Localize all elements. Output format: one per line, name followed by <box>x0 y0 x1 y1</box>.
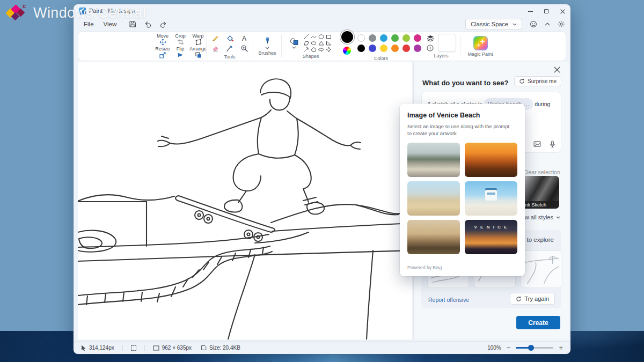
shape-triangle[interactable] <box>318 40 325 46</box>
surprise-me-button[interactable]: Surprise me <box>514 76 561 86</box>
warp-tool[interactable]: Warp <box>190 33 206 46</box>
collapse-ribbon-button[interactable] <box>545 23 550 26</box>
color-swatch-orange[interactable] <box>391 45 399 52</box>
edit-colors-wheel[interactable] <box>343 47 351 55</box>
selection-icon <box>131 345 136 351</box>
color-picker-tool[interactable] <box>223 43 236 53</box>
venice-photo-2[interactable] <box>465 143 517 177</box>
minimize-button[interactable] <box>522 4 538 18</box>
settings-button[interactable] <box>558 20 565 28</box>
color-swatch-red[interactable] <box>402 45 410 52</box>
shape-rectangle[interactable] <box>325 33 332 40</box>
color-swatch-lime[interactable] <box>402 34 410 42</box>
style-name-badge: Ink Sketch <box>521 201 559 209</box>
title-bar[interactable]: Paint My design <box>74 4 570 17</box>
color-swatch-pink[interactable] <box>414 34 421 42</box>
add-layer-icon[interactable] <box>427 45 434 51</box>
resize-tool[interactable]: Resize <box>155 46 171 59</box>
style-preset-dropdown[interactable]: Classic Space <box>465 19 522 29</box>
crop-tool[interactable]: Crop <box>172 33 188 46</box>
flip-tool[interactable]: Flip <box>172 46 188 59</box>
layers-icon[interactable] <box>427 35 434 42</box>
report-offensive-link[interactable]: Report offensive <box>428 297 469 303</box>
windows-central-logo: c <box>6 4 28 22</box>
shape-star[interactable] <box>325 46 332 53</box>
pencil-tool[interactable] <box>209 33 222 43</box>
brushes-group-label: Brushes <box>258 50 276 56</box>
zoom-slider[interactable] <box>516 347 553 349</box>
popup-subtitle: Select an image to use along with the pr… <box>407 123 512 137</box>
undo-button[interactable] <box>144 20 152 28</box>
shape-block-arrow[interactable] <box>318 46 325 53</box>
shape-ellipse[interactable] <box>318 33 325 40</box>
color-swatch-gray[interactable] <box>369 34 376 42</box>
zoom-slider-thumb[interactable] <box>528 345 534 351</box>
magnifier-tool[interactable] <box>238 43 251 53</box>
redo-button[interactable] <box>159 20 167 28</box>
voice-input-button[interactable] <box>550 141 555 148</box>
maximize-button[interactable] <box>538 4 554 18</box>
eraser-tool[interactable] <box>209 43 222 53</box>
clear-selection-link[interactable]: Clear selection <box>523 169 560 175</box>
brushes-group[interactable]: Brushes <box>253 32 281 61</box>
venice-photo-4[interactable] <box>465 181 517 216</box>
canvas-size: 962 × 635px <box>153 345 192 351</box>
shape-pentagon[interactable] <box>310 46 317 53</box>
view-menu[interactable]: View <box>99 20 122 28</box>
move-tool[interactable]: Move <box>155 33 171 46</box>
zoom-in-button[interactable]: + <box>559 344 563 352</box>
color-palette <box>357 34 421 52</box>
magic-paint-group[interactable]: Magic Paint <box>460 32 500 61</box>
color-swatch-yellow[interactable] <box>380 45 387 52</box>
text-tool[interactable]: A <box>238 33 251 43</box>
result-thumb-3[interactable] <box>521 250 562 288</box>
drawing-canvas[interactable] <box>78 62 412 339</box>
image-grid: V E N I C E <box>407 143 517 254</box>
fill-tool[interactable] <box>223 33 236 43</box>
file-size: Size: 20.4KB <box>201 345 240 351</box>
style-thumb-ink-sketch[interactable]: Ink Sketch <box>521 176 559 209</box>
canvas-icon <box>153 345 159 351</box>
color-swatch-purple[interactable] <box>414 45 421 52</box>
create-button[interactable]: Create <box>516 316 560 329</box>
shape-rounded-rectangle[interactable] <box>310 40 317 46</box>
feedback-button[interactable] <box>530 20 537 28</box>
venice-photo-3[interactable] <box>407 181 460 216</box>
current-color-swatch[interactable] <box>341 31 353 43</box>
color-swatch-white[interactable] <box>357 34 365 42</box>
shape-arrow[interactable] <box>303 46 310 53</box>
shape-curve[interactable] <box>310 33 317 40</box>
close-button[interactable] <box>554 4 570 18</box>
layer-thumbnail[interactable] <box>438 34 456 52</box>
maximize-icon <box>544 9 548 13</box>
try-again-button[interactable]: Try again <box>510 293 555 305</box>
refresh-icon <box>516 296 522 302</box>
file-menu[interactable]: File <box>79 20 99 28</box>
chevron-down-icon <box>292 46 296 49</box>
venice-photo-5[interactable] <box>407 220 460 254</box>
color-swatch-blue[interactable] <box>380 34 387 42</box>
redo-icon <box>159 20 167 28</box>
panel-close-button[interactable] <box>554 67 561 74</box>
color-swatch-green[interactable] <box>391 34 399 42</box>
move-icon <box>159 39 166 46</box>
arrange-tool[interactable]: Arrange <box>190 46 206 59</box>
desktop: { "wallpaper": { "brand": "Windows Centr… <box>0 0 644 362</box>
zoom-out-button[interactable]: − <box>507 344 511 352</box>
undo-icon <box>144 20 152 28</box>
shapes-tool-button[interactable] <box>290 38 299 49</box>
save-button[interactable] <box>129 20 136 28</box>
file-size-icon <box>201 345 207 351</box>
color-swatch-black[interactable] <box>357 45 365 52</box>
chevron-down-icon <box>265 47 269 49</box>
add-media-button[interactable] <box>533 141 541 148</box>
shape-right-triangle[interactable] <box>325 40 332 46</box>
color-swatch-indigo[interactable] <box>369 45 376 52</box>
chevron-down-icon <box>556 216 560 219</box>
venice-photo-6[interactable]: V E N I C E <box>465 220 517 254</box>
shape-line[interactable] <box>303 33 310 40</box>
chevron-down-icon <box>513 23 517 26</box>
shape-quad[interactable] <box>303 40 310 46</box>
venice-photo-1[interactable] <box>407 143 460 177</box>
brush-icon <box>264 37 272 46</box>
